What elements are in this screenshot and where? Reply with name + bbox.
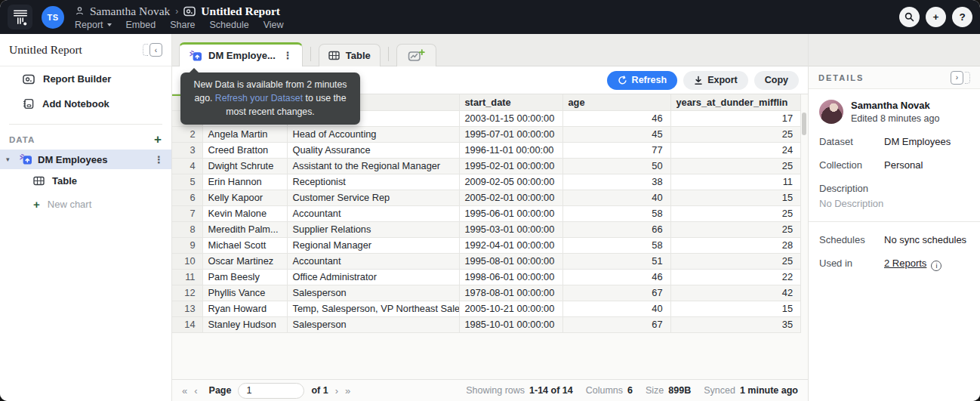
table-cell: Stanley Hudson: [202, 316, 287, 332]
details-title: DETAILS: [818, 73, 864, 82]
table-cell: 1995-03-01 00:00:00: [459, 221, 562, 237]
table-cell: Dwight Schrute: [202, 158, 287, 174]
topbar-menu: ReportEmbedShareScheduleView: [75, 20, 284, 30]
menu-item-view[interactable]: View: [263, 20, 284, 30]
breadcrumb-user[interactable]: Samantha Novak: [90, 5, 170, 18]
table-cell: 1995-07-01 00:00:00: [459, 126, 562, 142]
table-row: 9Michael ScottRegional Manager1992-04-01…: [172, 237, 801, 253]
sidebar-report-title: Untitled Report: [9, 43, 82, 57]
add-data-button[interactable]: +: [154, 135, 162, 144]
tab-label: Table: [346, 50, 371, 61]
dataset-icon: [19, 153, 32, 165]
details-field-schedules: Schedules No sync schedules: [819, 234, 969, 245]
sidebar-item-dm-employees[interactable]: ▾ DM Employees ⋮: [0, 150, 171, 169]
tab-new-chart[interactable]: [396, 44, 436, 66]
tab-table[interactable]: Table: [319, 44, 381, 66]
table-cell: 58: [562, 237, 670, 253]
breadcrumb-chevron-icon: ›: [175, 6, 178, 17]
row-number-cell: 6: [172, 190, 202, 205]
first-page-button[interactable]: «: [182, 385, 187, 396]
breadcrumb-report-title[interactable]: Untitled Report: [201, 5, 280, 18]
table-cell: Creed Bratton: [202, 142, 287, 158]
table-cell: 42: [670, 285, 801, 301]
question-icon: ?: [959, 11, 965, 23]
table-cell: 28: [670, 237, 801, 253]
menu-item-share[interactable]: Share: [170, 20, 195, 30]
column-header-age[interactable]: age: [562, 94, 670, 110]
table-cell: Temp, Salesperson, VP Northeast Sales: [287, 301, 459, 316]
dataset-kebab-icon[interactable]: ⋮: [154, 155, 164, 165]
footer-stat: Showing rows1-14 of 14: [466, 385, 573, 396]
prev-page-button[interactable]: ‹: [194, 385, 197, 396]
tab-kebab-icon[interactable]: ⋮: [283, 51, 293, 60]
footer-stat-value: 1-14 of 14: [529, 385, 573, 396]
details-field-dataset: Dataset DM Employees: [819, 136, 969, 147]
refresh-icon: [618, 76, 627, 85]
table-cell: Oscar Martinez: [202, 253, 287, 269]
table-cell: Ryan Howard: [202, 301, 287, 316]
menu-item-schedule[interactable]: Schedule: [210, 20, 249, 30]
person-icon: [75, 6, 85, 16]
table-row: 2Angela MartinHead of Accounting1995-07-…: [172, 126, 801, 142]
search-button[interactable]: [899, 7, 920, 27]
table-cell: 2005-02-01 00:00:00: [459, 190, 562, 205]
sidebar-item-new-chart[interactable]: + New chart: [0, 193, 171, 216]
field-label: Dataset: [819, 136, 884, 147]
app-body: Untitled Report ‹ Report Builder Add Not…: [0, 34, 980, 401]
table-cell: Regional Manager: [287, 237, 459, 253]
row-number-cell: 2: [172, 126, 202, 142]
app-logo-icon[interactable]: [8, 5, 32, 29]
report-builder-icon: [23, 74, 35, 85]
sidebar-item-add-notebook[interactable]: Add Notebook: [0, 91, 171, 116]
export-label: Export: [707, 75, 738, 85]
menu-item-report[interactable]: Report: [75, 20, 112, 30]
sidebar-item-table[interactable]: Table: [0, 169, 171, 193]
table-cell: 45: [562, 126, 670, 142]
copy-button[interactable]: Copy: [754, 71, 799, 90]
details-top-strip: [809, 34, 980, 66]
sidebar-data-section-header: DATA +: [0, 125, 171, 150]
sidebar-collapse-button[interactable]: ‹: [143, 43, 162, 57]
column-header-start_date[interactable]: start_date: [459, 94, 562, 110]
info-icon[interactable]: i: [931, 261, 941, 271]
last-page-button[interactable]: »: [345, 385, 350, 396]
table-cell: 46: [562, 269, 670, 285]
page-input[interactable]: [238, 383, 304, 399]
add-button[interactable]: +: [926, 7, 946, 27]
refresh-dataset-link[interactable]: Refresh your Dataset: [215, 93, 303, 103]
table-row: 12Phyllis VanceSalesperson1978-08-01 00:…: [172, 285, 801, 301]
table-cell: 35: [670, 316, 801, 332]
table-cell: 50: [562, 158, 670, 174]
help-button[interactable]: ?: [952, 7, 972, 27]
sidebar-item-label: Table: [52, 175, 77, 187]
next-page-button[interactable]: ›: [335, 385, 338, 396]
footer-stat-label: Synced: [704, 385, 735, 396]
expand-dotted-icon: [965, 72, 970, 84]
export-button[interactable]: Export: [683, 71, 748, 90]
details-collapse-button[interactable]: ›: [951, 71, 970, 85]
column-header-years_at_dunder_mifflin[interactable]: years_at_dunder_mifflin: [670, 94, 801, 110]
chevron-down-icon[interactable]: ▾: [6, 156, 14, 163]
footer-stat: Columns6: [586, 385, 633, 396]
details-header: DETAILS ›: [809, 66, 980, 89]
table-icon: [328, 51, 340, 60]
workspace-avatar[interactable]: TS: [42, 6, 64, 29]
menu-item-embed[interactable]: Embed: [126, 20, 156, 30]
owner-avatar[interactable]: [819, 100, 843, 124]
table-cell: 67: [562, 285, 670, 301]
row-number-cell: 12: [172, 285, 202, 301]
edited-timestamp: Edited 8 minutes ago: [851, 113, 939, 124]
table-row: 7Kevin MaloneAccountant1995-06-01 00:00:…: [172, 205, 801, 221]
table-scrollbar[interactable]: [802, 113, 806, 135]
menu-item-label: View: [263, 20, 284, 30]
reports-link[interactable]: 2 Reports: [884, 258, 926, 269]
refresh-button[interactable]: Refresh: [607, 71, 678, 90]
table-cell: Customer Service Rep: [287, 190, 459, 205]
sidebar-item-report-builder[interactable]: Report Builder: [0, 66, 171, 91]
details-panel: DETAILS › Samantha Novak Edited 8 minute…: [808, 34, 980, 401]
app-window: TS Samantha Novak › Untitled Report Repo…: [0, 0, 980, 401]
tab-dm-employees[interactable]: DM Employe... ⋮: [179, 42, 303, 66]
footer-stat-label: Showing rows: [466, 385, 525, 396]
table-cell: 2005-10-21 00:00:00: [459, 301, 562, 316]
table-cell: Kevin Malone: [202, 205, 287, 221]
